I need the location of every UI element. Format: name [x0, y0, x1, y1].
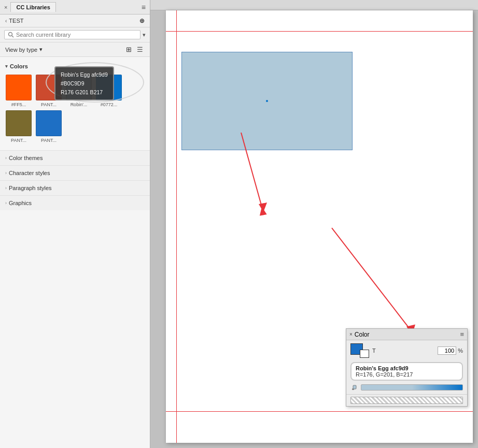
- character-styles-header[interactable]: › Character styles: [0, 166, 150, 180]
- search-icon: [8, 32, 14, 38]
- color-panel-title: Color: [355, 331, 370, 338]
- panel-header-left: × CC Libraries: [4, 2, 56, 12]
- colors-section-header[interactable]: ▾ Colors: [0, 61, 150, 71]
- color-panel-menu-icon[interactable]: ≡: [460, 330, 464, 338]
- color-item-blue[interactable]: #0772...: [95, 75, 122, 107]
- panel-title-tab[interactable]: CC Libraries: [10, 2, 55, 12]
- selection-handle: [266, 100, 268, 102]
- sub-header: ‹ TEST ⊕: [0, 15, 150, 27]
- svg-line-1: [12, 36, 13, 37]
- color-type-label: T: [372, 348, 434, 354]
- left-panel: × CC Libraries ≡ ‹ TEST ⊕ ▾ View by type…: [0, 0, 150, 448]
- color-panel-values: R=176, G=201, B=217: [356, 371, 458, 378]
- colors-chevron-icon: ▾: [5, 64, 8, 69]
- view-bar: View by type ▾ ⊞ ☰: [0, 42, 150, 57]
- color-box-back: [360, 350, 369, 358]
- color-panel-name: Robin's Egg afc9d9: [356, 365, 458, 371]
- svg-point-0: [9, 33, 12, 36]
- panel-menu-icon[interactable]: ≡: [142, 3, 146, 11]
- character-styles-label: Character styles: [9, 170, 50, 176]
- color-label-pant-blue: PANT...: [35, 138, 62, 143]
- search-input-wrap: [4, 30, 140, 39]
- color-themes-chevron-icon: ›: [5, 155, 7, 161]
- color-info-container: Robin's Egg afc9d9 R=176, G=201, B=217: [350, 361, 463, 382]
- color-panel-close-icon[interactable]: ×: [349, 331, 353, 337]
- add-item-icon[interactable]: ⊕: [139, 17, 145, 24]
- color-grid: Robin's Egg afc9d9 #B0C9D9 R176 G201 B21…: [0, 71, 150, 148]
- main-canvas: × Color ≡ T %: [150, 0, 478, 448]
- back-arrow-icon[interactable]: ‹: [5, 18, 7, 24]
- color-panel-row1: T %: [350, 343, 463, 358]
- color-swatch-blue: [96, 75, 122, 100]
- colors-section: ▾ Colors Robin's Egg afc9d9 #B0C9D9 R176…: [0, 61, 150, 148]
- list-view-icon[interactable]: ⊞: [124, 45, 133, 54]
- view-by-type-label: View by type: [5, 47, 37, 53]
- color-swatch-pant-blue: [36, 110, 62, 136]
- graphics-header[interactable]: › Graphics: [0, 196, 150, 210]
- color-item-robins-egg[interactable]: Robin'...: [65, 75, 92, 107]
- graphics-section: › Graphics: [0, 195, 150, 210]
- color-label-pant-olive: PANT...: [5, 138, 32, 143]
- graphics-label: Graphics: [9, 200, 32, 206]
- color-themes-section: › Color themes: [0, 150, 150, 165]
- view-icons: ⊞ ☰: [124, 45, 145, 54]
- color-item-pant-red[interactable]: PANT...: [35, 75, 62, 107]
- color-label-blue: #0772...: [95, 102, 122, 107]
- color-label-robins-egg: Robin'...: [65, 102, 92, 107]
- color-panel-header: × Color ≡: [346, 329, 467, 340]
- paragraph-styles-chevron-icon: ›: [5, 185, 7, 191]
- color-swatch-pant-olive: [6, 110, 32, 136]
- color-percent-input[interactable]: [438, 346, 456, 355]
- color-item-pant-olive[interactable]: PANT...: [5, 110, 32, 143]
- grid-view-icon[interactable]: ☰: [135, 45, 145, 54]
- color-label-pant-red: PANT...: [35, 102, 62, 107]
- color-swatch-orange: [6, 75, 32, 100]
- character-styles-section: › Character styles: [0, 165, 150, 180]
- color-panel: × Color ≡ T %: [346, 328, 468, 407]
- color-themes-header[interactable]: › Color themes: [0, 151, 150, 165]
- color-percent-sign: %: [458, 348, 463, 354]
- panel-header: × CC Libraries ≡: [0, 0, 150, 15]
- view-by-type-button[interactable]: View by type ▾: [5, 46, 43, 53]
- color-panel-body: T % Robin's Egg afc9d9 R=176, G=201, B=2…: [346, 340, 467, 394]
- paragraph-styles-label: Paragraph styles: [9, 185, 52, 191]
- guide-vertical-left: [176, 10, 177, 443]
- color-label-orange: #FF5...: [5, 102, 32, 107]
- panel-content: ▾ Colors Robin's Egg afc9d9 #B0C9D9 R176…: [0, 57, 150, 448]
- color-box-pair[interactable]: [350, 343, 369, 358]
- color-swatch-pant-red: [36, 75, 62, 100]
- color-info-box: Robin's Egg afc9d9 R=176, G=201, B=217: [350, 362, 463, 381]
- color-percent-wrap: %: [438, 346, 463, 355]
- blue-rectangle[interactable]: [181, 52, 353, 150]
- character-styles-chevron-icon: ›: [5, 170, 7, 176]
- color-themes-label: Color themes: [9, 155, 43, 161]
- color-swatch-robins-egg: [66, 75, 92, 100]
- guide-horizontal-bottom: [166, 411, 473, 412]
- slider-icon: [350, 384, 359, 391]
- ruler-bar: [150, 0, 478, 10]
- color-item-pant-blue[interactable]: PANT...: [35, 110, 62, 143]
- color-panel-footer: [346, 394, 467, 406]
- library-name-label: TEST: [9, 18, 23, 24]
- svg-rect-6: [353, 385, 356, 389]
- paragraph-styles-section: › Paragraph styles: [0, 180, 150, 195]
- paragraph-styles-header[interactable]: › Paragraph styles: [0, 181, 150, 195]
- color-item-orange[interactable]: #FF5...: [5, 75, 32, 107]
- colors-section-label: Colors: [10, 63, 28, 69]
- view-type-chevron-icon: ▾: [39, 46, 43, 53]
- color-panel-title-wrap: × Color: [349, 331, 370, 338]
- graphics-chevron-icon: ›: [5, 200, 7, 206]
- eyedropper-icon: [352, 384, 358, 391]
- panel-close-icon[interactable]: ×: [4, 4, 7, 10]
- color-slider-row: [350, 384, 463, 391]
- guide-horizontal-top: [166, 31, 473, 32]
- color-slider[interactable]: [361, 384, 463, 391]
- color-gradient-bar: [350, 397, 463, 404]
- search-chevron-icon[interactable]: ▾: [143, 32, 146, 38]
- sub-header-left: ‹ TEST: [5, 18, 23, 24]
- search-bar: ▾: [0, 27, 150, 42]
- search-input[interactable]: [16, 32, 137, 38]
